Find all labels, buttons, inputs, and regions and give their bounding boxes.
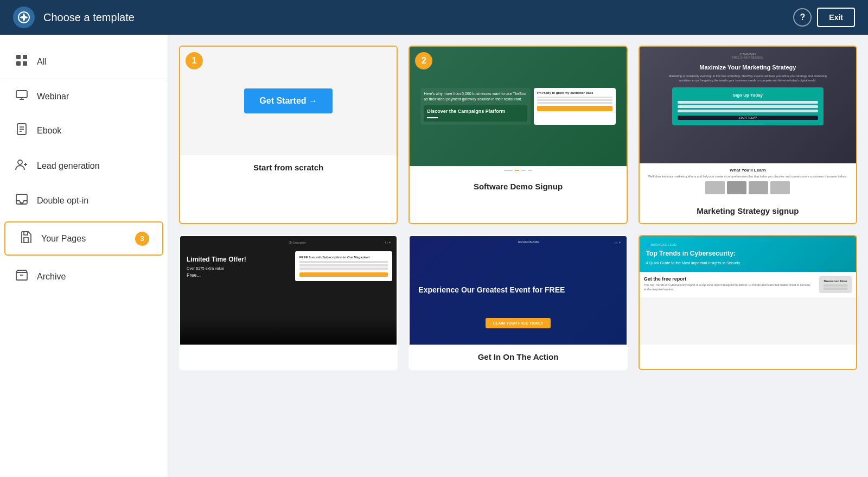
cyber-label [640,345,856,360]
magazine-preview: ⓖ Groupais f t ✦ Limited Time Offer! Ove… [180,236,397,345]
svg-rect-1 [23,55,27,59]
monitor-icon [14,90,29,103]
sidebar-label-webinar: Webinar [37,92,69,101]
sidebar-label-your-pages: Your Pages [41,234,86,244]
sidebar-label-ebook: Ebook [37,126,61,136]
magazine-label [180,345,397,360]
marketing-headline: Maximize Your Marketing Strategy [667,63,829,71]
help-button[interactable]: ? [793,8,812,27]
logo-icon [13,7,35,28]
sidebar: All Webinar Ebook [0,35,168,477]
cyber-download-label: Download Now [824,279,847,283]
exit-button[interactable]: Exit [817,8,855,27]
sidebar-item-your-pages[interactable]: Your Pages 3 [4,221,163,256]
demo-preview: Here's why more than 5,000 businesses wa… [410,47,626,166]
sidebar-item-webinar[interactable]: Webinar [0,80,168,112]
template-card-demo[interactable]: 2 Here's why more than 5,000 businesses … [409,46,627,224]
svg-rect-4 [16,91,27,98]
page-title: Choose a template [43,11,135,24]
demo-headline: Discover the Campaigns Platform [427,109,524,115]
book-icon [14,123,29,138]
marketing-learn: What You'll Learn [645,168,851,173]
marketing-cta: Sign Up Today [678,93,819,98]
sidebar-label-lead: Lead generation [37,161,100,171]
marketing-body: Marketing is constantly evolving. In thi… [667,74,829,82]
demo-footer [410,166,626,174]
marketing-preview: ⊙ NAVWAY FREE 2 HOUR SESSION Maximize Yo… [640,47,856,199]
svg-rect-12 [24,232,28,235]
event-text: Experience Our Greatest Event for FREE [418,285,565,296]
content-area: 1 Get Started → Start from scratch 2 Her… [168,35,868,477]
main-layout: All Webinar Ebook [0,35,868,477]
demo-label: Software Demo Signup [410,174,626,199]
svg-point-9 [18,160,22,164]
template-card-marketing[interactable]: ⊙ NAVWAY FREE 2 HOUR SESSION Maximize Yo… [639,46,857,224]
template-card-scratch[interactable]: 1 Get Started → Start from scratch [179,46,398,224]
svg-rect-3 [23,61,27,66]
magazine-form-title: FREE 6 month Subscription to Our Magazin… [299,256,388,259]
get-started-label: Get Started → [259,96,317,106]
badge-1: 1 [186,52,203,69]
magazine-value: Over $175 extra value [187,266,284,270]
sidebar-label-double-opt: Double opt-in [37,196,88,206]
scratch-label: Start from scratch [180,155,397,180]
svg-rect-11 [24,238,28,243]
sidebar-item-archive[interactable]: Archive [0,260,168,293]
header: Choose a template ? Exit [0,0,868,35]
template-card-event[interactable]: BRANDNAME f t ✦ Experience Our Greatest … [409,235,627,370]
magazine-offer: Limited Time Offer! [187,256,284,264]
header-left: Choose a template [13,7,135,28]
inbox-icon [14,194,29,207]
event-preview: BRANDNAME f t ✦ Experience Our Greatest … [410,236,626,345]
sidebar-label-all: All [37,57,47,67]
scratch-preview: Get Started → [180,47,397,155]
cyber-preview: 🔷 BUSINESS LEAD Top Trends in Cybersecur… [640,236,856,345]
svg-rect-0 [16,55,21,59]
svg-rect-13 [16,272,27,280]
template-card-cyber[interactable]: 🔷 BUSINESS LEAD Top Trends in Cybersecur… [639,235,857,370]
cyber-headline: Top Trends in Cybersecurity: [646,250,850,258]
your-pages-badge: 3 [135,232,149,246]
svg-rect-2 [16,61,21,66]
save-icon [18,231,34,246]
grid-icon [14,54,29,69]
event-headline: Experience Our Greatest Event for FREE [418,285,565,296]
cyber-sub: A Quick Guide to the Most Important Insi… [646,260,850,266]
sidebar-item-lead-generation[interactable]: Lead generation [0,149,168,183]
navway-logo: ⊙ NAVWAY [667,52,829,56]
magazine-free: Free... [187,272,284,278]
sidebar-label-archive: Archive [37,272,66,282]
marketing-label: Marketing Strategy signup [640,199,856,223]
sidebar-item-all[interactable]: All [0,43,168,79]
sidebar-item-ebook[interactable]: Ebook [0,113,168,148]
get-started-button[interactable]: Get Started → [244,88,333,113]
template-card-magazine[interactable]: ⓖ Groupais f t ✦ Limited Time Offer! Ove… [179,235,398,370]
demo-text: Here's why more than 5,000 businesses wa… [424,91,527,102]
archive-icon [14,270,29,283]
template-grid: 1 Get Started → Start from scratch 2 Her… [179,46,857,370]
event-label: Get In On The Action [410,345,626,369]
cyber-report-label: Get the free report [644,276,815,282]
header-right: ? Exit [793,8,855,27]
person-add-icon [14,158,29,173]
sidebar-item-double-opt-in[interactable]: Double opt-in [0,184,168,217]
demo-form-title: I'm ready to grow my customer base [537,91,612,94]
